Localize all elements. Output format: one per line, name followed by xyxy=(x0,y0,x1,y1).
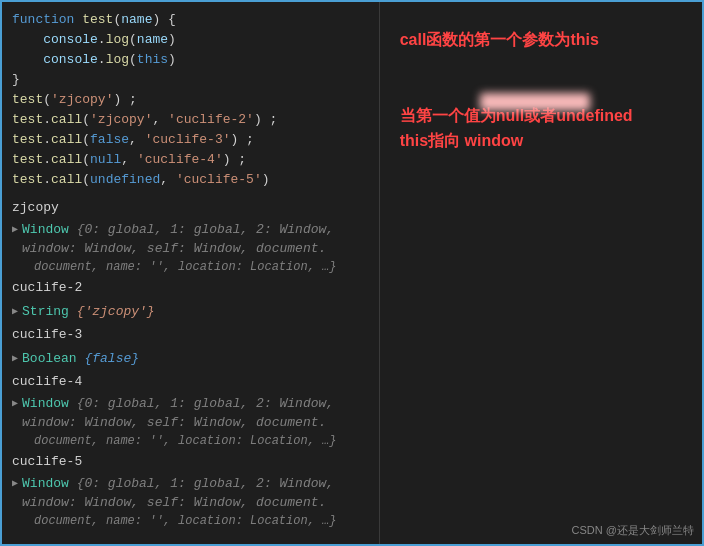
output-window2: ▶ Window {0: global, 1: global, 2: Windo… xyxy=(2,394,379,450)
console-obj: console xyxy=(43,30,98,50)
output-string-obj: ▶ String {'zjcopy'} xyxy=(2,300,379,323)
str5: 'cuclife-4' xyxy=(137,150,223,170)
output-cuclife3: cuclife-3 xyxy=(2,323,379,347)
test-call4: test xyxy=(12,150,43,170)
annotation-1-container: call函数的第一个参数为this xyxy=(400,27,682,53)
str6: 'cuclife-5' xyxy=(176,170,262,190)
code-line-7: test.call(false, 'cuclife-3') ; xyxy=(12,130,369,150)
code-line-4: } xyxy=(12,70,369,90)
expand-arrow-3[interactable]: ▶ xyxy=(12,349,18,368)
test-call3: test xyxy=(12,130,43,150)
output-cuclife2: cuclife-2 xyxy=(2,276,379,300)
false-kw: false xyxy=(90,130,129,150)
paren: ( xyxy=(129,30,137,50)
comma2: , xyxy=(129,130,145,150)
paren6: ( xyxy=(82,150,90,170)
window3-sub: document, name: '', location: Location, … xyxy=(12,512,369,530)
console-obj2: console xyxy=(43,50,98,70)
undef-kw: undefined xyxy=(90,170,160,190)
expand-arrow-1[interactable]: ▶ xyxy=(12,220,18,239)
window1-sub: document, name: '', location: Location, … xyxy=(12,258,369,276)
paren5: ( xyxy=(82,130,90,150)
paren-cl7: ) xyxy=(262,170,270,190)
watermark: CSDN @还是大剑师兰特 xyxy=(572,523,694,538)
annotation-1: call函数的第一个参数为this xyxy=(400,27,682,53)
fn-name: test xyxy=(82,10,113,30)
brace-close: } xyxy=(12,70,20,90)
blurred-overlay xyxy=(480,93,590,111)
code-text: ( xyxy=(113,10,121,30)
str2: 'zjcopy' xyxy=(90,110,152,130)
right-panel: call函数的第一个参数为this 当第一个值为null或者undefinedt… xyxy=(380,2,702,544)
code-line-8: test.call(null, 'cuclife-4') ; xyxy=(12,150,369,170)
test-call: test xyxy=(12,90,43,110)
paren7: ( xyxy=(82,170,90,190)
call-fn3: call xyxy=(51,150,82,170)
output-area: zjcopy ▶ Window {0: global, 1: global, 2… xyxy=(2,196,379,530)
str3: 'cuclife-2' xyxy=(168,110,254,130)
str4: 'cuclife-3' xyxy=(145,130,231,150)
comma: , xyxy=(152,110,168,130)
test-call5: test xyxy=(12,170,43,190)
paren3: ( xyxy=(43,90,51,110)
paren-cl5: ) ; xyxy=(231,130,254,150)
arg-name: name xyxy=(137,30,168,50)
expand-arrow-5[interactable]: ▶ xyxy=(12,474,18,493)
log-fn2: log xyxy=(106,50,129,70)
code-line-1: function test(name) { xyxy=(12,10,369,30)
paren4: ( xyxy=(82,110,90,130)
paren-cl3: ) ; xyxy=(113,90,136,110)
paren-cl6: ) ; xyxy=(223,150,246,170)
dot5: . xyxy=(43,150,51,170)
paren-close2: ) xyxy=(168,50,176,70)
log-fn: log xyxy=(106,30,129,50)
param-name: name xyxy=(121,10,152,30)
comma3: , xyxy=(121,150,137,170)
null-kw: null xyxy=(90,150,121,170)
output-window3: ▶ Window {0: global, 1: global, 2: Windo… xyxy=(2,474,379,530)
dot: . xyxy=(98,30,106,50)
expand-arrow-4[interactable]: ▶ xyxy=(12,394,18,413)
paren-close: ) xyxy=(168,30,176,50)
output-window1: ▶ Window {0: global, 1: global, 2: Windo… xyxy=(2,220,379,276)
code-text: ) { xyxy=(152,10,175,30)
code-indent xyxy=(12,30,43,50)
window2-sub: document, name: '', location: Location, … xyxy=(12,432,369,450)
output-cuclife4: cuclife-4 xyxy=(2,370,379,394)
keyword-function: function xyxy=(12,10,82,30)
code-line-2: console.log(name) xyxy=(12,30,369,50)
code-line-5: test('zjcopy') ; xyxy=(12,90,369,110)
test-call2: test xyxy=(12,110,43,130)
output-cuclife5: cuclife-5 xyxy=(2,450,379,474)
code-line-6: test.call('zjcopy', 'cuclife-2') ; xyxy=(12,110,369,130)
call-fn4: call xyxy=(51,170,82,190)
output-zjcopy: zjcopy xyxy=(2,196,379,220)
left-panel: function test(name) { console.log(name) … xyxy=(2,2,380,544)
output-bool-obj: ▶ Boolean {false} xyxy=(2,347,379,370)
expand-arrow-2[interactable]: ▶ xyxy=(12,302,18,321)
dot6: . xyxy=(43,170,51,190)
dot4: . xyxy=(43,130,51,150)
code-line-3: console.log(this) xyxy=(12,50,369,70)
annotation-2-container: 当第一个值为null或者undefinedthis指向 window xyxy=(400,103,682,154)
call-fn: call xyxy=(51,110,82,130)
code-line-9: test.call(undefined, 'cuclife-5') xyxy=(12,170,369,190)
main-container: function test(name) { console.log(name) … xyxy=(0,0,704,546)
code-indent xyxy=(12,50,43,70)
dot2: . xyxy=(98,50,106,70)
code-section: function test(name) { console.log(name) … xyxy=(2,10,379,190)
paren-cl4: ) ; xyxy=(254,110,277,130)
str1: 'zjcopy' xyxy=(51,90,113,110)
paren2: ( xyxy=(129,50,137,70)
call-fn2: call xyxy=(51,130,82,150)
dot3: . xyxy=(43,110,51,130)
comma4: , xyxy=(160,170,176,190)
this-kw: this xyxy=(137,50,168,70)
